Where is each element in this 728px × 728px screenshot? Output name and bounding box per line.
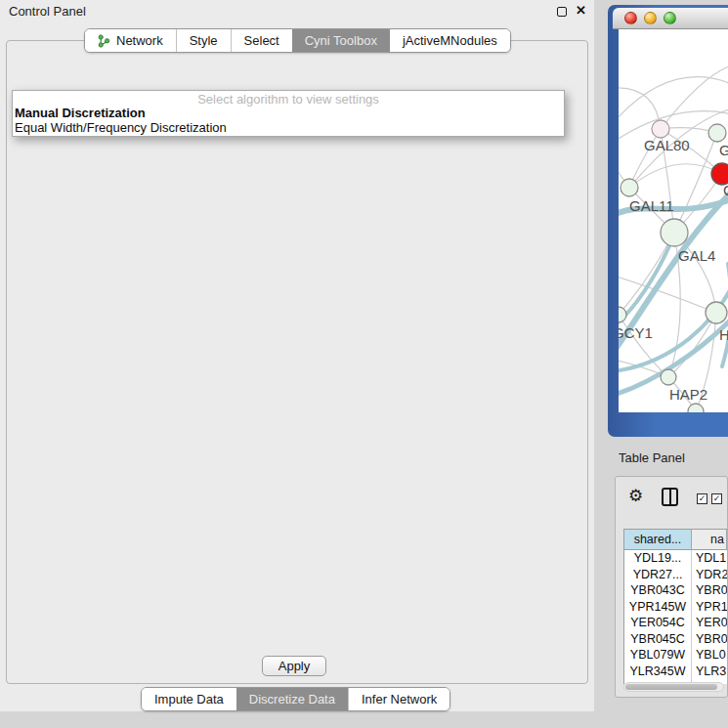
- table-horizontal-scrollbar-thumb[interactable]: [625, 684, 717, 690]
- column-header-name[interactable]: na: [692, 530, 727, 550]
- network-canvas[interactable]: GAL80 GA C GAL11 GAL4 GCY1 H HAP2: [619, 29, 728, 412]
- tab-cyni-toolbox[interactable]: Cyni Toolbox: [292, 29, 390, 52]
- tab-discretize-data[interactable]: Discretize Data: [236, 688, 348, 710]
- close-icon[interactable]: ✕: [576, 3, 586, 18]
- tab-network-label: Network: [116, 33, 163, 48]
- column-header-shared-name[interactable]: shared...: [624, 530, 692, 550]
- table-row[interactable]: YLR345WYLR3: [624, 664, 727, 680]
- window-title: Control Panel: [9, 4, 86, 19]
- top-tabstrip: Network Style Select Cyni Toolbox jActiv…: [84, 28, 511, 53]
- tab-select[interactable]: Select: [231, 29, 292, 52]
- table-row[interactable]: YDL19...YDL1: [624, 550, 727, 567]
- network-view-window: GAL80 GA C GAL11 GAL4 GCY1 H HAP2: [608, 5, 728, 437]
- close-traffic-light-icon[interactable]: [624, 12, 637, 24]
- float-window-icon[interactable]: [557, 7, 567, 17]
- node-label: GAL80: [644, 137, 690, 153]
- node-label: GAL4: [678, 247, 715, 264]
- network-graph: GAL80 GA C GAL11 GAL4 GCY1 H HAP2: [619, 29, 728, 412]
- control-panel-window: Control Panel ✕ Network Style Select Cy: [0, 0, 594, 711]
- control-panel-titlebar[interactable]: Control Panel ✕: [0, 0, 594, 21]
- node-hap2[interactable]: [661, 369, 676, 385]
- table-row[interactable]: YER054CYER0: [624, 615, 727, 631]
- tab-style[interactable]: Style: [176, 29, 231, 52]
- table-horizontal-scrollbar[interactable]: [623, 682, 724, 692]
- node-gcy1[interactable]: [619, 307, 626, 322]
- apply-button[interactable]: Apply: [262, 656, 326, 676]
- table-row[interactable]: YBR045CYBR0: [624, 631, 727, 648]
- table-header-row: shared... na: [624, 530, 727, 550]
- algorithm-hint: Select algorithm to view settings: [13, 92, 564, 107]
- node-label: GA: [719, 142, 728, 158]
- network-icon: [98, 34, 110, 48]
- node-top-right[interactable]: [708, 124, 726, 142]
- table-panel-title: Table Panel: [619, 450, 685, 465]
- node-gal11[interactable]: [621, 179, 638, 196]
- node-gal80[interactable]: [652, 120, 669, 138]
- gear-icon[interactable]: ⚙: [628, 486, 643, 506]
- table-panel: ⚙ ✓ ✓ shared... na YDL19...YDL1 YDR27...…: [615, 476, 728, 698]
- tab-network[interactable]: Network: [85, 29, 176, 52]
- tab-infer-network[interactable]: Infer Network: [348, 688, 450, 710]
- table-row[interactable]: YPR145WYPR1: [624, 599, 727, 616]
- node-label: H: [719, 326, 728, 343]
- table-row[interactable]: YBL079WYBL0: [624, 647, 727, 664]
- tab-jactivemnodules[interactable]: jActiveMNodules: [390, 29, 510, 52]
- node-label: GAL11: [629, 197, 674, 214]
- algorithm-dropdown-popup: Select algorithm to view settings Manual…: [12, 90, 565, 137]
- checkbox-icon[interactable]: ✓: [697, 493, 707, 504]
- bottom-tabstrip: Impute Data Discretize Data Infer Networ…: [141, 687, 450, 711]
- node-label: C: [723, 182, 728, 198]
- split-columns-icon[interactable]: [662, 488, 678, 506]
- node-bottom-partial[interactable]: [688, 404, 704, 412]
- table-row[interactable]: YBR043CYBR0: [624, 582, 727, 599]
- minimize-traffic-light-icon[interactable]: [644, 12, 657, 24]
- desktop: Control Panel ✕ Network Style Select Cy: [0, 0, 728, 728]
- node-gal4[interactable]: [661, 219, 688, 246]
- zoom-traffic-light-icon[interactable]: [664, 12, 676, 24]
- option-equal-width-frequency[interactable]: Equal Width/Frequency Discretization: [15, 120, 227, 135]
- node-right-edge[interactable]: [706, 302, 727, 323]
- node-label: GCY1: [619, 324, 653, 341]
- node-label: HAP2: [669, 386, 707, 403]
- table-row[interactable]: YDR27...YDR2: [624, 567, 727, 583]
- network-window-titlebar[interactable]: [613, 8, 728, 29]
- checkbox-icon[interactable]: ✓: [711, 493, 722, 504]
- tab-impute-data[interactable]: Impute Data: [142, 688, 236, 710]
- option-manual-discretization[interactable]: Manual Discretization: [15, 106, 146, 120]
- node-attribute-table: shared... na YDL19...YDL1 YDR27...YDR2 Y…: [623, 529, 727, 684]
